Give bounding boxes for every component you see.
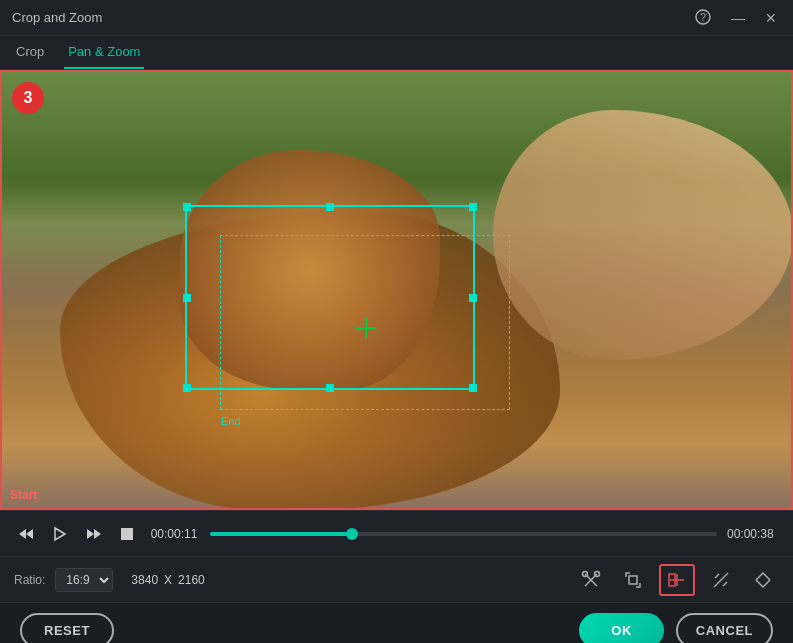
minimize-button[interactable]: —	[727, 9, 749, 27]
tab-pan-zoom[interactable]: Pan & Zoom	[64, 36, 144, 69]
svg-marker-3	[26, 529, 33, 539]
flip-button[interactable]	[747, 566, 779, 594]
help-icon: ?	[695, 9, 711, 25]
progress-bar[interactable]	[210, 532, 717, 536]
svg-rect-7	[121, 528, 133, 540]
progress-fill	[210, 532, 352, 536]
action-right-buttons: OK CANCEL	[579, 613, 773, 644]
dimension-display: 3840 X 2160	[131, 573, 204, 587]
svg-marker-6	[94, 529, 101, 539]
split-icon	[667, 570, 687, 590]
svg-line-16	[714, 573, 728, 587]
ok-button[interactable]: OK	[579, 613, 664, 644]
cancel-button[interactable]: CANCEL	[676, 613, 773, 644]
current-time: 00:00:11	[148, 527, 200, 541]
play-forward-icon	[86, 526, 102, 542]
crop-icon	[623, 570, 643, 590]
action-bar: RESET OK CANCEL	[0, 602, 793, 643]
video-area: 3 End Start	[0, 70, 793, 510]
transport-bar: 00:00:11 00:00:38	[0, 510, 793, 556]
step-back-button[interactable]	[14, 522, 38, 546]
ratio-select[interactable]: 16:9	[55, 568, 113, 592]
settings-bar: Ratio: 16:9 3840 X 2160	[0, 556, 793, 602]
step-back-icon	[18, 526, 34, 542]
flip-icon	[753, 570, 773, 590]
svg-marker-5	[87, 529, 94, 539]
play-icon	[52, 526, 68, 542]
link-icon	[711, 570, 731, 590]
titlebar-controls: ? — ✕	[691, 7, 781, 29]
start-label: Start	[10, 488, 37, 502]
progress-thumb[interactable]	[346, 528, 358, 540]
svg-rect-12	[629, 576, 637, 584]
dimension-separator: X	[164, 573, 172, 587]
crop-button[interactable]	[617, 566, 649, 594]
tab-crop[interactable]: Crop	[12, 36, 48, 69]
minimize-icon: —	[731, 10, 745, 26]
close-button[interactable]: ✕	[761, 9, 781, 27]
stop-icon	[120, 527, 134, 541]
frame-badge: 3	[12, 82, 44, 114]
ratio-label: Ratio:	[14, 573, 45, 587]
dog-head	[180, 150, 440, 390]
scissors-button[interactable]	[575, 566, 607, 594]
svg-text:?: ?	[700, 11, 706, 23]
svg-marker-2	[19, 529, 26, 539]
split-button[interactable]	[659, 564, 695, 596]
svg-line-17	[715, 574, 719, 578]
close-icon: ✕	[765, 10, 777, 26]
height-value: 2160	[178, 573, 205, 587]
reset-button[interactable]: RESET	[20, 613, 114, 644]
help-button[interactable]: ?	[691, 7, 715, 29]
window-title: Crop and Zoom	[12, 10, 102, 25]
link-button[interactable]	[705, 566, 737, 594]
stop-button[interactable]	[116, 523, 138, 545]
play-forward-button[interactable]	[82, 522, 106, 546]
scissors-icon	[581, 570, 601, 590]
tabs-bar: Crop Pan & Zoom	[0, 36, 793, 70]
total-time: 00:00:38	[727, 527, 779, 541]
svg-line-18	[723, 582, 727, 586]
titlebar: Crop and Zoom ? — ✕	[0, 0, 793, 36]
width-value: 3840	[131, 573, 158, 587]
svg-marker-4	[55, 528, 65, 540]
play-pause-button[interactable]	[48, 522, 72, 546]
